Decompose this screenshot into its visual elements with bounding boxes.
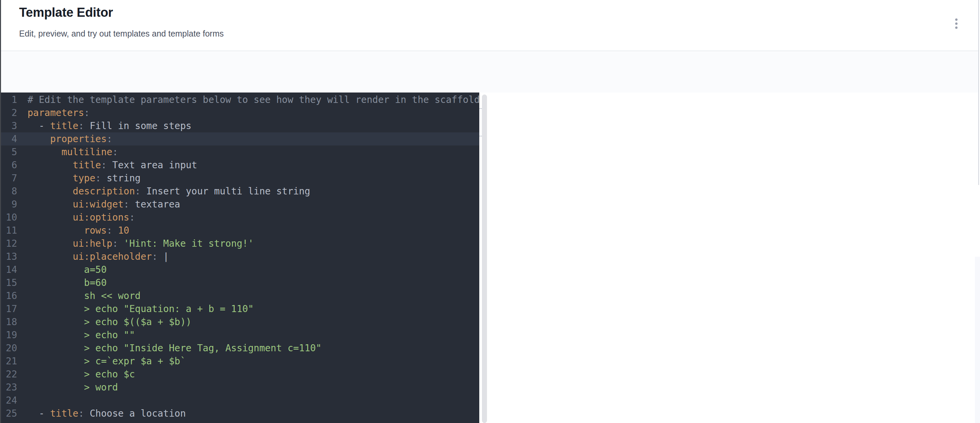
code-line[interactable]: 19 > echo "" — [1, 328, 479, 342]
line-number: 5 — [1, 146, 17, 158]
code-line[interactable]: 14 a=50 — [1, 263, 479, 276]
code-line[interactable]: 9 ui:widget: textarea — [1, 198, 479, 211]
code-line[interactable]: 23 > word — [1, 381, 479, 394]
code-editor[interactable]: 1# Edit the template parameters below to… — [1, 92, 479, 423]
code-line[interactable]: 12 ui:help: 'Hint: Make it strong!' — [1, 237, 479, 250]
page-title: Template Editor — [19, 5, 113, 20]
line-number: 17 — [1, 303, 17, 315]
line-number: 18 — [1, 315, 17, 328]
code-line[interactable]: 6 title: Text area input — [1, 158, 479, 172]
code-line[interactable]: 25 - title: Choose a location — [1, 407, 479, 420]
form-area: Text area input a=50 b=60 sh << word > e… — [975, 257, 980, 423]
code-line[interactable]: 15 b=60 — [1, 276, 479, 289]
line-number: 7 — [1, 172, 17, 185]
code-line[interactable]: 22 > echo $c — [1, 368, 479, 381]
code-line[interactable]: 8 description: Insert your multi line st… — [1, 185, 479, 198]
code-line[interactable]: 18 > echo $(($a + $b)) — [1, 315, 479, 328]
kebab-dot-icon — [955, 22, 958, 25]
line-number: 2 — [1, 106, 17, 119]
code-line[interactable]: 1# Edit the template parameters below to… — [1, 93, 479, 106]
code-line[interactable]: 10 ui:options: — [1, 211, 479, 224]
code-line[interactable]: 21 > c=`expr $a + $b` — [1, 355, 479, 368]
code-line[interactable]: 16 sh << word — [1, 289, 479, 303]
code-line[interactable]: 24 — [1, 394, 479, 407]
code-line[interactable]: 13 ui:placeholder: | — [1, 250, 479, 263]
code-line[interactable]: 4 properties: — [1, 132, 479, 146]
page-subtitle: Edit, preview, and try out templates and… — [19, 29, 224, 38]
code-line[interactable]: 3 - title: Fill in some steps — [1, 119, 479, 132]
line-number: 9 — [1, 198, 17, 211]
line-number: 15 — [1, 276, 17, 289]
line-number: 22 — [1, 368, 17, 381]
line-number: 3 — [1, 119, 17, 132]
line-number: 19 — [1, 328, 17, 342]
line-number: 4 — [1, 132, 17, 146]
preview-panel: 1Fill in some steps2Choose a location3Re… — [487, 92, 978, 423]
stepper: 1Fill in some steps2Choose a location3Re… — [974, 185, 980, 257]
code-line[interactable]: 7 type: string — [1, 172, 479, 185]
line-number: 25 — [1, 407, 17, 420]
line-number: 11 — [1, 224, 17, 237]
code-line[interactable]: 11 rows: 10 — [1, 224, 479, 237]
line-number: 24 — [1, 394, 17, 407]
line-number: 10 — [1, 211, 17, 224]
code-lines: 1# Edit the template parameters below to… — [1, 93, 479, 420]
line-number: 21 — [1, 355, 17, 368]
toolbar: Load Existing Template — [1, 52, 978, 92]
panel-resize-handle[interactable] — [482, 95, 487, 423]
line-number: 23 — [1, 381, 17, 394]
line-number: 16 — [1, 289, 17, 303]
code-line[interactable]: 5 multiline: — [1, 146, 479, 158]
line-number: 14 — [1, 263, 17, 276]
code-line[interactable]: 2parameters: — [1, 106, 479, 119]
line-number: 1 — [1, 93, 17, 106]
header: Template Editor Edit, preview, and try o… — [1, 0, 978, 51]
more-options-button[interactable] — [950, 14, 963, 33]
template-editor-page: Template Editor Edit, preview, and try o… — [0, 0, 980, 423]
kebab-dot-icon — [955, 19, 958, 21]
line-number: 13 — [1, 250, 17, 263]
line-number: 12 — [1, 237, 17, 250]
line-number: 6 — [1, 158, 17, 172]
line-number: 8 — [1, 185, 17, 198]
code-line[interactable]: 20 > echo "Inside Here Tag, Assignment c… — [1, 342, 479, 355]
line-number: 20 — [1, 342, 17, 355]
kebab-dot-icon — [955, 27, 958, 29]
code-line[interactable]: 17 > echo "Equation: a + b = 110" — [1, 303, 479, 315]
